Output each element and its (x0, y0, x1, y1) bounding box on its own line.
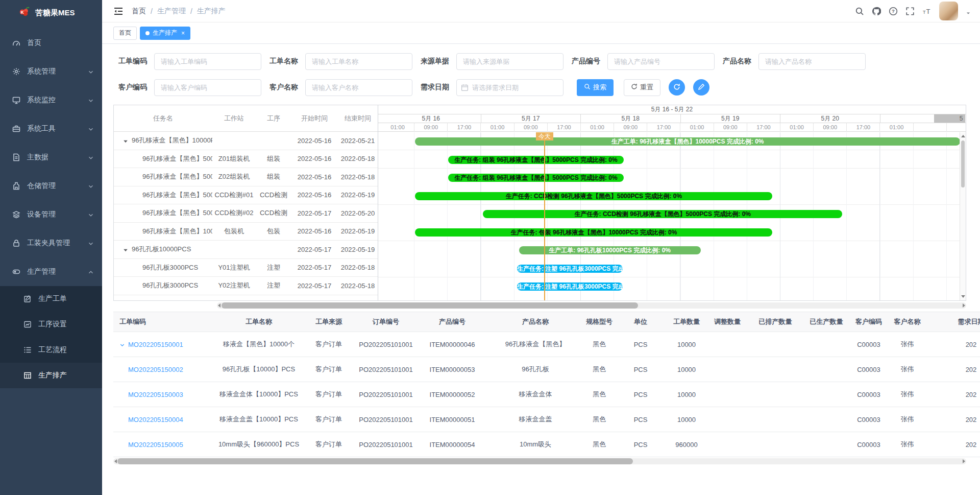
work-order-link[interactable]: MO202205150002 (128, 366, 183, 373)
gantt-bar-green[interactable]: 生产任务: 包装 96孔移液盒【黑色】10000PCS 完成比例: 0% (415, 228, 772, 237)
text-input[interactable] (758, 53, 866, 70)
gantt-column-header-0: 任务名 (114, 114, 212, 123)
sidebar-item-3[interactable]: 系统工具 (0, 114, 102, 143)
gantt-task-row[interactable]: 96孔孔板10000PCS2022-05-172022-05-19 (114, 241, 378, 259)
gantt-horizontal-scrollbar[interactable] (113, 302, 966, 309)
help-icon[interactable]: ? (889, 7, 898, 16)
filter-label: 工单名称 (270, 57, 298, 66)
scroll-right-arrow-icon[interactable] (963, 459, 965, 463)
work-order-link[interactable]: MO202205150001 (128, 341, 183, 348)
expand-caret-icon[interactable] (119, 342, 125, 347)
github-icon[interactable] (872, 7, 881, 16)
sidebar-subitem-3[interactable]: 生产排产 (0, 363, 102, 388)
tab-label: 首页 (119, 29, 131, 37)
scroll-right-arrow-icon[interactable] (963, 303, 965, 308)
sidebar-item-1[interactable]: 系统管理 (0, 57, 102, 86)
text-input[interactable] (305, 79, 412, 96)
gantt-hscroll-thumb[interactable] (222, 302, 638, 309)
table-horizontal-scrollbar[interactable] (113, 458, 966, 464)
gantt-bar-green[interactable]: 生产任务: 组装 96孔移液盒【黑色】5000PCS 完成比例: 0% (448, 156, 624, 164)
breadcrumb-item-2[interactable]: 生产排产 (197, 7, 226, 16)
table-row[interactable]: MO20220515000510mm吸头【960000】PCS客户订单PO202… (113, 432, 980, 457)
scroll-up-arrow-icon[interactable] (961, 135, 965, 137)
gantt-bar-green[interactable]: 生产任务: 组装 96孔移液盒【黑色】5000PCS 完成比例: 0% (448, 174, 624, 182)
sidebar-item-7[interactable]: 工装夹具管理 (0, 229, 102, 257)
gantt-vertical-scrollbar[interactable] (960, 132, 966, 300)
tree-caret-icon[interactable] (123, 247, 128, 252)
table-cell-col0[interactable]: MO202205150005 (113, 441, 215, 449)
work-order-link[interactable]: MO202205150004 (128, 416, 183, 423)
tab-active-1[interactable]: 生产排产× (140, 27, 190, 40)
refresh-round-button[interactable] (669, 79, 685, 96)
gantt-task-row[interactable]: 96孔孔板3000PCSY02注塑机注塑2022-05-172022-05-18 (114, 277, 378, 295)
text-input[interactable] (154, 79, 261, 96)
table-row[interactable]: MO20220515000296孔孔板【10000】PCS客户订单PO20220… (113, 357, 980, 382)
table-row[interactable]: MO202205150001移液盒【黑色】10000个客户订单PO2022051… (113, 332, 980, 357)
gantt-panel: 任务名工作站工序开始时间结束时间 96孔移液盒【黑色】10000PCS2022-… (113, 105, 966, 301)
scroll-down-arrow-icon[interactable] (961, 295, 965, 298)
table-cell-col0[interactable]: MO202205150002 (113, 366, 215, 373)
font-size-icon[interactable]: TT (922, 7, 932, 16)
chevron-down-icon (88, 211, 94, 218)
gantt-task-row[interactable]: 96孔移液盒【黑色】5000PCSCCD检测#01CCD检测2022-05-16… (114, 186, 378, 205)
table-cell-col0[interactable]: MO202205150004 (113, 416, 215, 423)
sidebar-subitem-1[interactable]: 工序设置 (0, 312, 102, 337)
gantt-task-row[interactable]: 96孔移液盒【黑色】10000PCS2022-05-162022-05-21 (114, 132, 378, 150)
app-logo[interactable]: K 苦糖果MES (0, 0, 102, 26)
search-icon[interactable] (855, 7, 864, 16)
gantt-bar-blue[interactable]: 生产任务: 注塑 96孔孔板3000PCS 完成比例: 0% (517, 282, 623, 291)
table-column-header-3: 订单编号 (355, 317, 416, 326)
work-order-link[interactable]: MO202205150005 (128, 441, 183, 449)
text-input[interactable] (154, 53, 261, 70)
gantt-bar-blue[interactable]: 生产任务: 注塑 96孔孔板3000PCS 完成比例: 0% (517, 265, 623, 273)
work-order-link[interactable]: MO202205150003 (128, 391, 183, 398)
gantt-task-row[interactable]: 96孔孔板3000PCSY03注塑机注塑2022-05-172022-05-18 (114, 295, 378, 301)
table-cell-col0[interactable]: MO202205150001 (113, 341, 215, 348)
gantt-bar-parent[interactable]: 生产工单: 96孔孔板10000PCS 完成比例: 0% (519, 246, 701, 254)
search-button[interactable]: 搜索 (577, 79, 614, 96)
gantt-task-row[interactable]: 96孔移液盒【黑色】10000PCS包装机包装2022-05-162022-05… (114, 223, 378, 241)
caret-down-icon[interactable] (966, 9, 971, 14)
sidebar-item-8[interactable]: 生产管理 (0, 257, 102, 286)
breadcrumb-item-1[interactable]: 生产管理 (157, 7, 186, 16)
gantt-task-row[interactable]: 96孔孔板3000PCSY01注塑机注塑2022-05-172022-05-18 (114, 259, 378, 277)
tab-0[interactable]: 首页 (113, 27, 137, 40)
filter-label: 来源单据 (421, 57, 449, 66)
sidebar-collapse-icon[interactable] (113, 7, 124, 16)
gantt-task-row[interactable]: 96孔移液盒【黑色】5000PCSZ02组装机组装2022-05-162022-… (114, 168, 378, 186)
fullscreen-icon[interactable] (905, 7, 915, 16)
sidebar-item-6[interactable]: 设备管理 (0, 200, 102, 229)
timeline-scroll-thumb[interactable]: 5 (934, 114, 965, 123)
reset-button[interactable]: 重置 (624, 79, 660, 96)
filter-label: 客户名称 (270, 83, 298, 92)
sidebar-item-2[interactable]: 系统监控 (0, 86, 102, 114)
sidebar-subitem-0[interactable]: 生产工单 (0, 286, 102, 312)
table-row[interactable]: MO202205150004移液盒盒盖【10000】PCS客户订单PO20220… (113, 407, 980, 432)
scroll-left-arrow-icon[interactable] (218, 303, 220, 308)
timeline-day-0: 5月 16 (381, 114, 481, 123)
table-cell-col14: 202 (926, 391, 980, 398)
tree-caret-icon[interactable] (123, 138, 128, 143)
table-hscroll-thumb[interactable] (117, 458, 633, 464)
sidebar-item-5[interactable]: 仓储管理 (0, 172, 102, 200)
avatar[interactable] (939, 2, 958, 20)
sidebar-item-0[interactable]: 首页 (0, 29, 102, 57)
text-input[interactable] (607, 53, 715, 70)
gantt-task-row[interactable]: 96孔移液盒【黑色】5000PCSZ01组装机组装2022-05-162022-… (114, 150, 378, 169)
table-cell-col0[interactable]: MO202205150003 (113, 391, 215, 398)
chevron-down-icon (88, 126, 94, 132)
gantt-vscroll-thumb[interactable] (961, 140, 965, 187)
gantt-task-row[interactable]: 96孔移液盒【黑色】5000PCSCCD检测#02CCD检测2022-05-17… (114, 204, 378, 223)
scroll-left-arrow-icon[interactable] (114, 459, 117, 463)
gantt-bar-green[interactable]: 生产任务: CCD检测 96孔移液盒【黑色】5000PCS 完成比例: 0% (483, 210, 842, 218)
text-input[interactable] (305, 53, 412, 70)
gantt-bar-parent[interactable]: 生产工单: 96孔移液盒【黑色】10000PCS 完成比例: 0% (415, 137, 960, 146)
edit-round-button[interactable] (693, 79, 709, 96)
table-row[interactable]: MO202205150003移液盒盒体【10000】PCS客户订单PO20220… (113, 382, 980, 407)
sidebar-subitem-2[interactable]: 工艺流程 (0, 337, 102, 363)
date-input[interactable] (456, 79, 564, 96)
sidebar-item-4[interactable]: 主数据 (0, 143, 102, 172)
tab-close-icon[interactable]: × (181, 30, 185, 37)
text-input[interactable] (456, 53, 564, 70)
gantt-bar-green[interactable]: 生产任务: CCD检测 96孔移液盒【黑色】5000PCS 完成比例: 0% (415, 192, 772, 200)
